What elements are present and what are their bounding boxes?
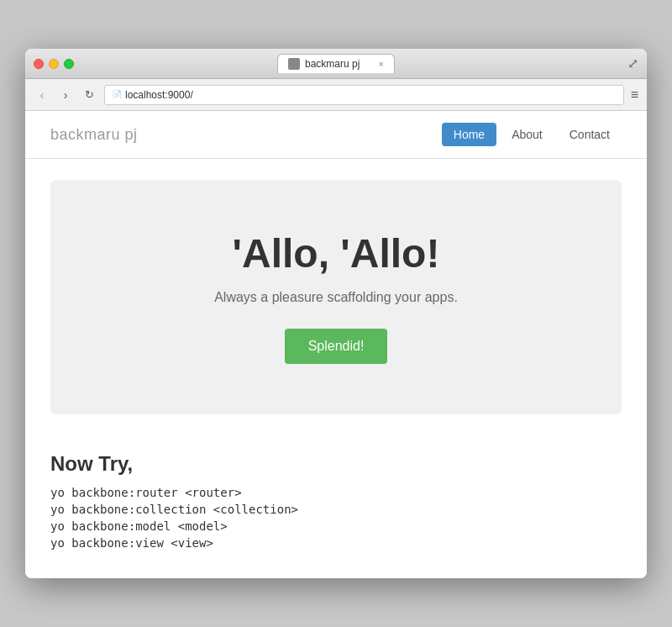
close-button[interactable]	[34, 59, 44, 69]
nav-link-home[interactable]: Home	[442, 123, 496, 146]
hero-section: 'Allo, 'Allo! Always a pleasure scaffold…	[50, 180, 622, 414]
tab-title: backmaru pj	[305, 58, 360, 70]
fullscreen-icon[interactable]: ⤢	[627, 55, 638, 71]
refresh-button[interactable]: ↻	[81, 87, 97, 103]
browser-window: backmaru pj × ⤢ ‹ › ↻ 📄 localhost:9000/ …	[25, 49, 647, 578]
nav-link-about[interactable]: About	[500, 123, 554, 146]
try-item-model: yo backbone:model <model>	[50, 519, 622, 533]
maximize-button[interactable]	[64, 59, 74, 69]
url-bar[interactable]: 📄 localhost:9000/	[104, 85, 624, 105]
tab-bar: backmaru pj ×	[277, 54, 395, 73]
address-bar: ‹ › ↻ 📄 localhost:9000/ ≡	[25, 79, 647, 111]
nav-link-contact[interactable]: Contact	[558, 123, 622, 146]
try-item-router: yo backbone:router <router>	[50, 486, 622, 499]
site-navbar: backmaru pj Home About Contact	[25, 111, 647, 159]
site-brand: backmaru pj	[50, 126, 138, 144]
hero-subtitle: Always a pleasure scaffolding your apps.	[76, 290, 596, 305]
tab-close-button[interactable]: ×	[379, 59, 384, 69]
web-content: backmaru pj Home About Contact 'Allo, 'A…	[25, 111, 647, 578]
try-item-view: yo backbone:view <view>	[50, 536, 622, 550]
browser-menu-button[interactable]: ≡	[631, 87, 638, 103]
traffic-lights	[34, 59, 74, 69]
nav-links: Home About Contact	[442, 123, 622, 146]
splendid-button[interactable]: Splendid!	[285, 329, 388, 364]
url-text: localhost:9000/	[125, 89, 193, 101]
back-button[interactable]: ‹	[34, 87, 50, 103]
now-try-section: Now Try, yo backbone:router <router> yo …	[25, 435, 647, 578]
hero-title: 'Allo, 'Allo!	[76, 230, 596, 277]
title-bar: backmaru pj × ⤢	[25, 49, 647, 79]
now-try-title: Now Try,	[50, 452, 622, 476]
try-item-collection: yo backbone:collection <collection>	[50, 503, 622, 516]
browser-tab[interactable]: backmaru pj ×	[277, 54, 395, 73]
minimize-button[interactable]	[49, 59, 59, 69]
tab-favicon	[288, 58, 300, 70]
forward-button[interactable]: ›	[57, 87, 74, 103]
lock-icon: 📄	[112, 90, 122, 99]
